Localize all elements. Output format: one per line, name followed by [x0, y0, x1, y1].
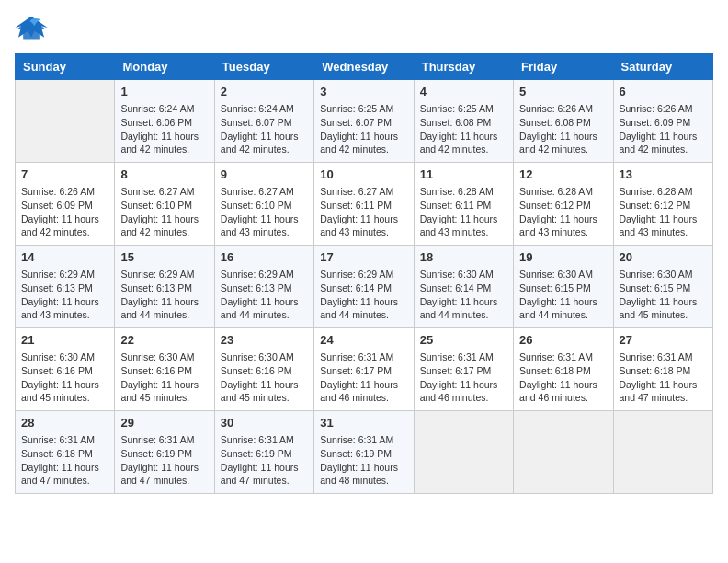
calendar-cell: [16, 80, 115, 163]
calendar-cell: 10Sunrise: 6:27 AMSunset: 6:11 PMDayligh…: [314, 163, 414, 246]
calendar-cell: 18Sunrise: 6:30 AMSunset: 6:14 PMDayligh…: [414, 246, 513, 328]
day-info: Sunrise: 6:24 AMSunset: 6:06 PMDaylight:…: [120, 102, 208, 156]
calendar-cell: 24Sunrise: 6:31 AMSunset: 6:17 PMDayligh…: [314, 328, 414, 411]
logo: [15, 15, 51, 42]
day-info: Sunrise: 6:31 AMSunset: 6:18 PMDaylight:…: [519, 350, 607, 405]
day-number: 25: [420, 332, 507, 349]
day-number: 8: [120, 167, 208, 183]
calendar-cell: [514, 411, 613, 494]
logo-icon: [15, 15, 48, 42]
day-number: 16: [221, 249, 308, 266]
calendar-cell: 29Sunrise: 6:31 AMSunset: 6:19 PMDayligh…: [115, 411, 214, 494]
day-info: Sunrise: 6:29 AMSunset: 6:14 PMDaylight:…: [320, 268, 407, 322]
week-row-2: 7Sunrise: 6:26 AMSunset: 6:09 PMDaylight…: [16, 163, 713, 246]
weekday-header-monday: Monday: [115, 54, 214, 80]
day-info: Sunrise: 6:25 AMSunset: 6:07 PMDaylight:…: [320, 102, 407, 156]
calendar-cell: 31Sunrise: 6:31 AMSunset: 6:19 PMDayligh…: [314, 411, 414, 494]
calendar-cell: 2Sunrise: 6:24 AMSunset: 6:07 PMDaylight…: [214, 80, 313, 163]
calendar-cell: 1Sunrise: 6:24 AMSunset: 6:06 PMDaylight…: [115, 80, 214, 163]
day-number: 1: [120, 84, 208, 100]
week-row-3: 14Sunrise: 6:29 AMSunset: 6:13 PMDayligh…: [16, 246, 713, 328]
day-number: 6: [620, 84, 707, 100]
week-row-1: 1Sunrise: 6:24 AMSunset: 6:06 PMDaylight…: [16, 80, 713, 163]
day-info: Sunrise: 6:25 AMSunset: 6:08 PMDaylight:…: [420, 102, 507, 156]
header: [15, 15, 713, 42]
day-info: Sunrise: 6:27 AMSunset: 6:10 PMDaylight:…: [120, 185, 208, 239]
calendar-cell: 14Sunrise: 6:29 AMSunset: 6:13 PMDayligh…: [16, 246, 115, 328]
day-info: Sunrise: 6:28 AMSunset: 6:12 PMDaylight:…: [620, 185, 707, 239]
day-info: Sunrise: 6:30 AMSunset: 6:16 PMDaylight:…: [21, 350, 108, 405]
calendar-cell: 20Sunrise: 6:30 AMSunset: 6:15 PMDayligh…: [613, 246, 712, 328]
calendar-cell: 27Sunrise: 6:31 AMSunset: 6:18 PMDayligh…: [613, 328, 712, 411]
weekday-header-tuesday: Tuesday: [214, 54, 313, 80]
day-info: Sunrise: 6:31 AMSunset: 6:17 PMDaylight:…: [320, 350, 407, 405]
day-number: 31: [320, 415, 407, 431]
calendar-cell: 8Sunrise: 6:27 AMSunset: 6:10 PMDaylight…: [115, 163, 214, 246]
calendar-cell: 26Sunrise: 6:31 AMSunset: 6:18 PMDayligh…: [514, 328, 613, 411]
calendar-cell: 21Sunrise: 6:30 AMSunset: 6:16 PMDayligh…: [16, 328, 115, 411]
calendar-cell: 5Sunrise: 6:26 AMSunset: 6:08 PMDaylight…: [514, 80, 613, 163]
day-info: Sunrise: 6:29 AMSunset: 6:13 PMDaylight:…: [120, 268, 208, 322]
calendar-cell: 22Sunrise: 6:30 AMSunset: 6:16 PMDayligh…: [115, 328, 214, 411]
day-info: Sunrise: 6:30 AMSunset: 6:16 PMDaylight:…: [120, 350, 208, 405]
day-number: 23: [221, 332, 308, 349]
day-info: Sunrise: 6:27 AMSunset: 6:10 PMDaylight:…: [221, 185, 308, 239]
day-info: Sunrise: 6:30 AMSunset: 6:16 PMDaylight:…: [221, 350, 308, 405]
calendar-cell: [414, 411, 513, 494]
day-number: 28: [21, 415, 108, 431]
day-number: 13: [620, 167, 707, 183]
day-info: Sunrise: 6:31 AMSunset: 6:19 PMDaylight:…: [120, 433, 208, 488]
day-info: Sunrise: 6:28 AMSunset: 6:12 PMDaylight:…: [519, 185, 607, 239]
calendar-cell: 11Sunrise: 6:28 AMSunset: 6:11 PMDayligh…: [414, 163, 513, 246]
calendar-cell: 17Sunrise: 6:29 AMSunset: 6:14 PMDayligh…: [314, 246, 414, 328]
day-info: Sunrise: 6:30 AMSunset: 6:15 PMDaylight:…: [620, 268, 707, 322]
calendar-cell: [613, 411, 712, 494]
calendar-cell: 28Sunrise: 6:31 AMSunset: 6:18 PMDayligh…: [16, 411, 115, 494]
calendar-cell: 23Sunrise: 6:30 AMSunset: 6:16 PMDayligh…: [214, 328, 313, 411]
day-number: 29: [120, 415, 208, 431]
weekday-header-row: SundayMondayTuesdayWednesdayThursdayFrid…: [16, 54, 713, 80]
calendar-cell: 3Sunrise: 6:25 AMSunset: 6:07 PMDaylight…: [314, 80, 414, 163]
calendar-cell: 6Sunrise: 6:26 AMSunset: 6:09 PMDaylight…: [613, 80, 712, 163]
day-info: Sunrise: 6:31 AMSunset: 6:18 PMDaylight:…: [620, 350, 707, 405]
day-info: Sunrise: 6:31 AMSunset: 6:18 PMDaylight:…: [21, 433, 108, 488]
weekday-header-wednesday: Wednesday: [314, 54, 414, 80]
week-row-4: 21Sunrise: 6:30 AMSunset: 6:16 PMDayligh…: [16, 328, 713, 411]
day-info: Sunrise: 6:26 AMSunset: 6:09 PMDaylight:…: [620, 102, 707, 156]
weekday-header-saturday: Saturday: [613, 54, 712, 80]
week-row-5: 28Sunrise: 6:31 AMSunset: 6:18 PMDayligh…: [16, 411, 713, 494]
weekday-header-thursday: Thursday: [414, 54, 513, 80]
day-info: Sunrise: 6:27 AMSunset: 6:11 PMDaylight:…: [320, 185, 407, 239]
day-number: 24: [320, 332, 407, 349]
calendar-cell: 12Sunrise: 6:28 AMSunset: 6:12 PMDayligh…: [514, 163, 613, 246]
day-number: 19: [519, 249, 607, 266]
day-number: 15: [120, 249, 208, 266]
calendar-cell: 30Sunrise: 6:31 AMSunset: 6:19 PMDayligh…: [214, 411, 313, 494]
day-number: 20: [620, 249, 707, 266]
calendar-cell: 9Sunrise: 6:27 AMSunset: 6:10 PMDaylight…: [214, 163, 313, 246]
day-number: 9: [221, 167, 308, 183]
day-info: Sunrise: 6:29 AMSunset: 6:13 PMDaylight:…: [21, 268, 108, 322]
day-number: 10: [320, 167, 407, 183]
day-info: Sunrise: 6:24 AMSunset: 6:07 PMDaylight:…: [221, 102, 308, 156]
weekday-header-sunday: Sunday: [16, 54, 115, 80]
day-number: 18: [420, 249, 507, 266]
day-number: 14: [21, 249, 108, 266]
day-number: 2: [221, 84, 308, 100]
day-number: 3: [320, 84, 407, 100]
calendar-cell: 7Sunrise: 6:26 AMSunset: 6:09 PMDaylight…: [16, 163, 115, 246]
day-number: 27: [620, 332, 707, 349]
day-info: Sunrise: 6:30 AMSunset: 6:14 PMDaylight:…: [420, 268, 507, 322]
calendar-cell: 25Sunrise: 6:31 AMSunset: 6:17 PMDayligh…: [414, 328, 513, 411]
calendar-cell: 15Sunrise: 6:29 AMSunset: 6:13 PMDayligh…: [115, 246, 214, 328]
calendar-cell: 16Sunrise: 6:29 AMSunset: 6:13 PMDayligh…: [214, 246, 313, 328]
day-info: Sunrise: 6:31 AMSunset: 6:19 PMDaylight:…: [320, 433, 407, 488]
day-info: Sunrise: 6:26 AMSunset: 6:08 PMDaylight:…: [519, 102, 607, 156]
day-number: 12: [519, 167, 607, 183]
day-number: 7: [21, 167, 108, 183]
day-info: Sunrise: 6:31 AMSunset: 6:19 PMDaylight:…: [221, 433, 308, 488]
day-number: 30: [221, 415, 308, 431]
day-number: 4: [420, 84, 507, 100]
day-number: 11: [420, 167, 507, 183]
day-number: 22: [120, 332, 208, 349]
